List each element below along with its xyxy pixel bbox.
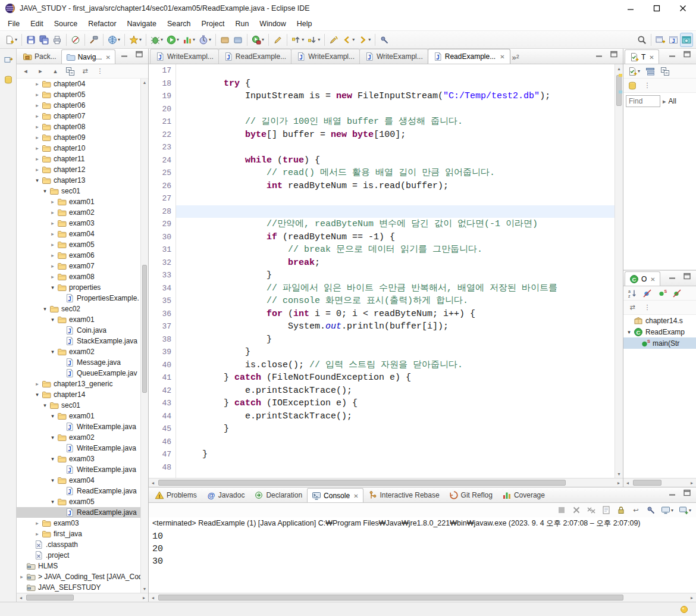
tree-item[interactable]: ▾sec01 — [17, 186, 148, 196]
editor-tab[interactable]: JReadExample... — [218, 49, 291, 64]
tree-item[interactable]: JStackExample.java — [17, 336, 148, 346]
collapse-all-button[interactable] — [659, 64, 672, 79]
save-all-button[interactable] — [37, 33, 51, 47]
skip-breakpoints-button[interactable] — [69, 33, 82, 47]
tree-item[interactable]: ▾exam03 — [17, 454, 148, 464]
tree-expander-icon[interactable]: ▸ — [33, 167, 41, 173]
tab-close-icon[interactable]: ✕ — [649, 54, 654, 61]
scroll-up-icon[interactable]: ▴ — [615, 64, 623, 73]
hide-fields-button[interactable] — [641, 286, 654, 301]
tree-expander-icon[interactable]: ▾ — [33, 392, 41, 398]
tree-expander-icon[interactable]: ▾ — [49, 317, 57, 323]
tree-expander-icon[interactable]: ▾ — [49, 456, 57, 462]
tree-expander-icon[interactable]: ▸ — [18, 574, 26, 580]
editor-vscrollbar[interactable]: ▴ ▾ — [615, 64, 623, 478]
tree-item[interactable]: ▸chapter08 — [17, 121, 148, 132]
menu-file[interactable]: File — [2, 18, 25, 30]
tree-item[interactable]: JMessage.java — [17, 357, 148, 368]
tree-expander-icon[interactable]: ▸ — [49, 220, 57, 226]
tree-item[interactable]: ▾exam01 — [17, 411, 148, 421]
save-button[interactable] — [24, 33, 37, 47]
link-editor-button[interactable]: ⇄ — [79, 64, 92, 79]
new-task-button[interactable]: ▾ — [626, 64, 642, 79]
scroll-right-icon[interactable]: ▸ — [140, 593, 148, 602]
tree-item[interactable]: JQueueExample.jav — [17, 368, 148, 379]
terminate-button[interactable] — [555, 503, 568, 517]
pin-editor-button[interactable] — [378, 33, 391, 47]
tree-expander-icon[interactable]: ▸ — [33, 145, 41, 151]
tree-expander-icon[interactable]: ▸ — [33, 102, 41, 108]
overview-annotation-occurrence[interactable] — [619, 74, 622, 77]
editor-hscrollbar[interactable]: ◂ ▸ — [149, 478, 623, 487]
outline-item[interactable]: ▾CReadExamp — [623, 326, 696, 337]
tree-item[interactable]: ▸exam02 — [17, 207, 148, 218]
task-find-all-filter[interactable]: All — [669, 97, 676, 105]
editor-tab[interactable]: JWriteExampl... — [359, 49, 428, 64]
tree-expander-icon[interactable]: ▾ — [41, 306, 49, 312]
maximize-view-button[interactable] — [133, 49, 146, 61]
run-button[interactable]: ▾ — [165, 33, 181, 47]
outline-hscrollbar[interactable]: ◂ ▸ — [623, 478, 696, 487]
back-nav-button[interactable]: ◂ — [19, 64, 32, 79]
tree-item[interactable]: ▸chapter12 — [17, 164, 148, 175]
tree-expander-icon[interactable]: ▸ — [33, 156, 41, 162]
scroll-thumb[interactable] — [158, 595, 623, 601]
navigator-vscrollbar[interactable]: ▴▾ — [140, 79, 148, 593]
view-menu-button[interactable]: ⋮ — [93, 64, 106, 79]
tree-item[interactable]: ▸chapter10 — [17, 143, 148, 154]
line-number-ruler[interactable]: 1718192021222324252627282930313233343536… — [149, 64, 176, 478]
tab-close-icon[interactable]: ✕ — [500, 54, 504, 60]
tree-item[interactable]: ▾exam02 — [17, 432, 148, 443]
console-output[interactable]: 102030 — [149, 529, 696, 593]
menu-source[interactable]: Source — [49, 18, 83, 30]
scroll-lock-button[interactable] — [615, 503, 628, 517]
maximize-view-button[interactable] — [681, 49, 694, 61]
maximize-view-button[interactable] — [681, 487, 694, 500]
scroll-right-icon[interactable]: ▸ — [615, 479, 623, 487]
tree-expander-icon[interactable]: ▸ — [49, 209, 57, 215]
git-repositories-button[interactable] — [2, 73, 15, 87]
tree-item[interactable]: ▸exam05 — [17, 239, 148, 250]
tree-expander-icon[interactable]: ▸ — [49, 242, 57, 248]
scroll-down-icon[interactable]: ▾ — [615, 470, 623, 478]
sort-button[interactable]: az — [626, 286, 639, 301]
menu-edit[interactable]: Edit — [25, 18, 49, 30]
view-menu-button[interactable]: ⋮ — [641, 79, 654, 93]
tree-item[interactable]: ▸> JAVA_Coding_Test [JAVA_Codir — [17, 571, 148, 582]
tree-expander-icon[interactable]: ▸ — [33, 520, 41, 526]
outline-item[interactable]: chapter14.s — [623, 315, 696, 326]
tree-item[interactable]: JAVA_SELFSTUDY — [17, 582, 148, 593]
profile-button[interactable]: ▾ — [197, 33, 213, 47]
tree-expander-icon[interactable]: ▸ — [49, 231, 57, 237]
tree-expander-icon[interactable]: ▸ — [33, 381, 41, 387]
tree-expander-icon[interactable]: ▾ — [41, 402, 49, 408]
view-tab-git-reflog[interactable]: Git Reflog — [444, 487, 497, 502]
tree-expander-icon[interactable]: ▾ — [33, 177, 41, 183]
outline-tree[interactable]: chapter14.s▾CReadExampSmain(Str — [623, 315, 696, 478]
tree-expander-icon[interactable]: ▸ — [49, 274, 57, 280]
tree-item[interactable]: .classpath — [17, 539, 148, 550]
tree-expander-icon[interactable]: ▾ — [49, 413, 57, 419]
tree-expander-icon[interactable]: ▸ — [33, 531, 41, 537]
tree-expander-icon[interactable]: ▾ — [49, 349, 57, 355]
tree-expander-icon[interactable]: ▾ — [49, 477, 57, 483]
tree-item[interactable]: ▾chapter13 — [17, 175, 148, 186]
open-type-button[interactable] — [218, 33, 231, 47]
tree-item[interactable]: JPropertiesExample. — [17, 293, 148, 304]
view-tab-declaration[interactable]: Declaration — [249, 487, 307, 502]
link-editor-button[interactable]: ⇄ — [626, 301, 639, 315]
view-menu-button[interactable]: ⋮ — [641, 301, 654, 315]
minimize-view-button[interactable] — [666, 49, 679, 61]
tab-close-icon[interactable]: ✕ — [353, 493, 358, 499]
open-perspective-button[interactable] — [654, 33, 667, 47]
view-tab-console[interactable]: Console✕ — [307, 488, 363, 503]
scroll-right-icon[interactable]: ▸ — [688, 479, 696, 487]
view-tab-outline[interactable]: CO✕ — [625, 271, 660, 286]
up-nav-button[interactable]: ▴ — [49, 64, 62, 79]
hide-non-public-button[interactable] — [670, 286, 684, 301]
tree-item[interactable]: JWriteExample.java — [17, 464, 148, 475]
scroll-thumb[interactable] — [158, 480, 566, 486]
tree-item[interactable]: ▸exam03 — [17, 518, 148, 529]
tree-item[interactable]: ▾sec01 — [17, 400, 148, 411]
tree-item[interactable]: ▾exam04 — [17, 475, 148, 486]
